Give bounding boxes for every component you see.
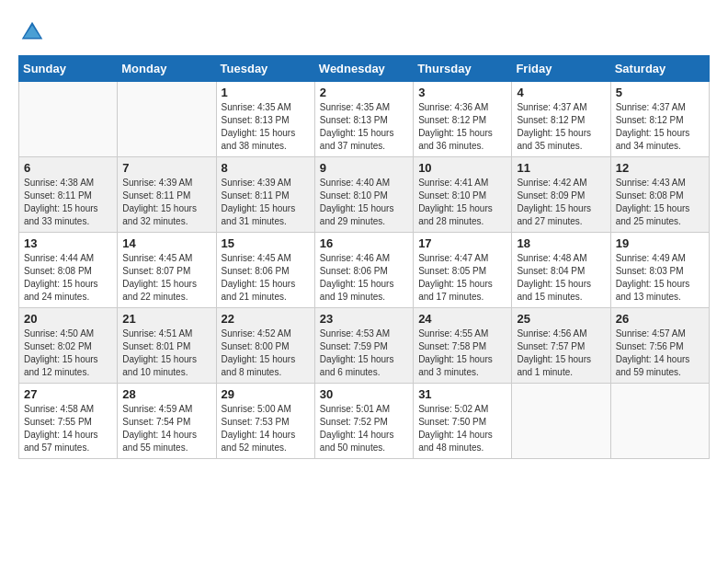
- day-number: 20: [24, 312, 112, 326]
- day-number: 13: [24, 236, 112, 250]
- day-info: Sunrise: 4:49 AM Sunset: 8:03 PM Dayligh…: [616, 252, 704, 304]
- day-info: Sunrise: 4:56 AM Sunset: 7:57 PM Dayligh…: [517, 327, 605, 379]
- calendar-header-row: SundayMondayTuesdayWednesdayThursdayFrid…: [19, 56, 710, 82]
- day-number: 19: [616, 236, 704, 250]
- day-info: Sunrise: 4:51 AM Sunset: 8:01 PM Dayligh…: [122, 327, 210, 379]
- day-number: 29: [222, 387, 310, 401]
- day-info: Sunrise: 4:39 AM Sunset: 8:11 PM Dayligh…: [222, 177, 310, 228]
- logo-icon: [18, 18, 46, 46]
- day-info: Sunrise: 4:57 AM Sunset: 7:56 PM Dayligh…: [616, 327, 704, 379]
- day-info: Sunrise: 5:02 AM Sunset: 7:50 PM Dayligh…: [418, 403, 506, 454]
- calendar-week-row: 20Sunrise: 4:50 AM Sunset: 8:02 PM Dayli…: [19, 308, 710, 384]
- day-number: 11: [517, 161, 605, 175]
- calendar-cell: 23Sunrise: 4:53 AM Sunset: 7:59 PM Dayli…: [314, 308, 413, 384]
- calendar-cell: 17Sunrise: 4:47 AM Sunset: 8:05 PM Dayli…: [414, 233, 512, 308]
- day-number: 4: [517, 86, 605, 99]
- day-number: 31: [418, 387, 506, 401]
- column-header-wednesday: Wednesday: [314, 56, 413, 82]
- calendar-cell: 27Sunrise: 4:58 AM Sunset: 7:55 PM Dayli…: [19, 384, 118, 459]
- calendar-cell: 13Sunrise: 4:44 AM Sunset: 8:08 PM Dayli…: [19, 233, 118, 308]
- day-info: Sunrise: 4:43 AM Sunset: 8:08 PM Dayligh…: [616, 177, 704, 228]
- calendar-cell: 6Sunrise: 4:38 AM Sunset: 8:11 PM Daylig…: [19, 157, 118, 233]
- calendar-cell: 2Sunrise: 4:35 AM Sunset: 8:13 PM Daylig…: [314, 82, 413, 157]
- day-info: Sunrise: 5:01 AM Sunset: 7:52 PM Dayligh…: [320, 403, 408, 454]
- day-info: Sunrise: 4:59 AM Sunset: 7:54 PM Dayligh…: [122, 403, 210, 454]
- day-number: 6: [24, 161, 112, 175]
- day-number: 7: [122, 161, 210, 175]
- calendar-cell: 15Sunrise: 4:45 AM Sunset: 8:06 PM Dayli…: [216, 233, 314, 308]
- day-info: Sunrise: 4:38 AM Sunset: 8:11 PM Dayligh…: [24, 177, 112, 228]
- day-info: Sunrise: 5:00 AM Sunset: 7:53 PM Dayligh…: [222, 403, 310, 454]
- calendar-cell: 21Sunrise: 4:51 AM Sunset: 8:01 PM Dayli…: [118, 308, 216, 384]
- day-number: 14: [122, 236, 210, 250]
- day-number: 25: [517, 312, 605, 326]
- day-number: 21: [122, 312, 210, 326]
- page-header: [18, 18, 710, 46]
- calendar-cell: [19, 82, 118, 157]
- calendar-week-row: 27Sunrise: 4:58 AM Sunset: 7:55 PM Dayli…: [19, 384, 710, 459]
- calendar-cell: 19Sunrise: 4:49 AM Sunset: 8:03 PM Dayli…: [610, 233, 709, 308]
- day-number: 12: [616, 161, 704, 175]
- calendar-cell: 5Sunrise: 4:37 AM Sunset: 8:12 PM Daylig…: [610, 82, 709, 157]
- calendar-cell: [118, 82, 216, 157]
- day-number: 2: [320, 86, 408, 99]
- logo: [18, 18, 48, 46]
- day-number: 17: [418, 236, 506, 250]
- day-info: Sunrise: 4:45 AM Sunset: 8:06 PM Dayligh…: [222, 252, 310, 304]
- day-number: 10: [418, 161, 506, 175]
- day-number: 24: [418, 312, 506, 326]
- calendar-cell: 25Sunrise: 4:56 AM Sunset: 7:57 PM Dayli…: [512, 308, 610, 384]
- column-header-thursday: Thursday: [414, 56, 512, 82]
- day-number: 1: [222, 86, 310, 99]
- day-number: 8: [222, 161, 310, 175]
- day-number: 26: [616, 312, 704, 326]
- day-info: Sunrise: 4:40 AM Sunset: 8:10 PM Dayligh…: [320, 177, 408, 228]
- calendar-cell: 9Sunrise: 4:40 AM Sunset: 8:10 PM Daylig…: [314, 157, 413, 233]
- calendar-cell: 20Sunrise: 4:50 AM Sunset: 8:02 PM Dayli…: [19, 308, 118, 384]
- day-number: 23: [320, 312, 408, 326]
- day-info: Sunrise: 4:44 AM Sunset: 8:08 PM Dayligh…: [24, 252, 112, 304]
- calendar-cell: [610, 384, 709, 459]
- calendar-cell: 24Sunrise: 4:55 AM Sunset: 7:58 PM Dayli…: [414, 308, 512, 384]
- calendar-cell: 16Sunrise: 4:46 AM Sunset: 8:06 PM Dayli…: [314, 233, 413, 308]
- calendar-cell: 28Sunrise: 4:59 AM Sunset: 7:54 PM Dayli…: [118, 384, 216, 459]
- day-info: Sunrise: 4:39 AM Sunset: 8:11 PM Dayligh…: [122, 177, 210, 228]
- calendar-cell: 8Sunrise: 4:39 AM Sunset: 8:11 PM Daylig…: [216, 157, 314, 233]
- day-number: 16: [320, 236, 408, 250]
- calendar-cell: 11Sunrise: 4:42 AM Sunset: 8:09 PM Dayli…: [512, 157, 610, 233]
- day-number: 27: [24, 387, 112, 401]
- column-header-friday: Friday: [512, 56, 610, 82]
- day-info: Sunrise: 4:48 AM Sunset: 8:04 PM Dayligh…: [517, 252, 605, 304]
- calendar-cell: 7Sunrise: 4:39 AM Sunset: 8:11 PM Daylig…: [118, 157, 216, 233]
- day-info: Sunrise: 4:41 AM Sunset: 8:10 PM Dayligh…: [418, 177, 506, 228]
- day-info: Sunrise: 4:36 AM Sunset: 8:12 PM Dayligh…: [418, 101, 506, 153]
- calendar-week-row: 6Sunrise: 4:38 AM Sunset: 8:11 PM Daylig…: [19, 157, 710, 233]
- day-info: Sunrise: 4:58 AM Sunset: 7:55 PM Dayligh…: [24, 403, 112, 454]
- calendar-cell: 1Sunrise: 4:35 AM Sunset: 8:13 PM Daylig…: [216, 82, 314, 157]
- day-info: Sunrise: 4:42 AM Sunset: 8:09 PM Dayligh…: [517, 177, 605, 228]
- column-header-saturday: Saturday: [610, 56, 709, 82]
- calendar-table: SundayMondayTuesdayWednesdayThursdayFrid…: [18, 55, 710, 459]
- column-header-tuesday: Tuesday: [216, 56, 314, 82]
- day-number: 15: [222, 236, 310, 250]
- calendar-cell: 14Sunrise: 4:45 AM Sunset: 8:07 PM Dayli…: [118, 233, 216, 308]
- day-number: 5: [616, 86, 704, 99]
- day-number: 30: [320, 387, 408, 401]
- calendar-week-row: 1Sunrise: 4:35 AM Sunset: 8:13 PM Daylig…: [19, 82, 710, 157]
- column-header-sunday: Sunday: [19, 56, 118, 82]
- calendar-week-row: 13Sunrise: 4:44 AM Sunset: 8:08 PM Dayli…: [19, 233, 710, 308]
- calendar-cell: 31Sunrise: 5:02 AM Sunset: 7:50 PM Dayli…: [414, 384, 512, 459]
- day-info: Sunrise: 4:45 AM Sunset: 8:07 PM Dayligh…: [122, 252, 210, 304]
- day-info: Sunrise: 4:37 AM Sunset: 8:12 PM Dayligh…: [616, 101, 704, 153]
- calendar-cell: 3Sunrise: 4:36 AM Sunset: 8:12 PM Daylig…: [414, 82, 512, 157]
- calendar-cell: 26Sunrise: 4:57 AM Sunset: 7:56 PM Dayli…: [610, 308, 709, 384]
- day-info: Sunrise: 4:37 AM Sunset: 8:12 PM Dayligh…: [517, 101, 605, 153]
- day-info: Sunrise: 4:35 AM Sunset: 8:13 PM Dayligh…: [320, 101, 408, 153]
- day-number: 28: [122, 387, 210, 401]
- day-info: Sunrise: 4:46 AM Sunset: 8:06 PM Dayligh…: [320, 252, 408, 304]
- day-info: Sunrise: 4:52 AM Sunset: 8:00 PM Dayligh…: [222, 327, 310, 379]
- day-number: 22: [222, 312, 310, 326]
- day-info: Sunrise: 4:35 AM Sunset: 8:13 PM Dayligh…: [222, 101, 310, 153]
- calendar-cell: 22Sunrise: 4:52 AM Sunset: 8:00 PM Dayli…: [216, 308, 314, 384]
- day-info: Sunrise: 4:53 AM Sunset: 7:59 PM Dayligh…: [320, 327, 408, 379]
